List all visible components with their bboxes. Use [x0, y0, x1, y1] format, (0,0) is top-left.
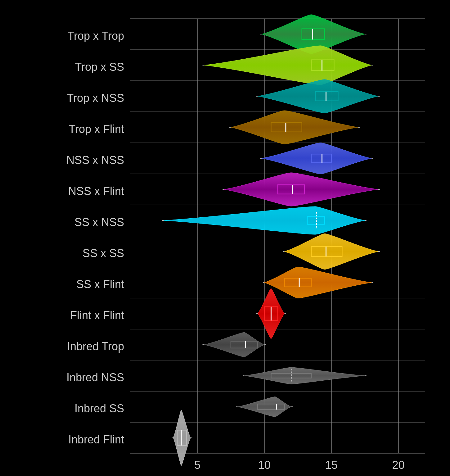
svg-text:5: 5 [194, 459, 200, 471]
svg-text:SS x NSS: SS x NSS [74, 216, 124, 229]
chart-container: Trop x TropTrop x SSTrop x NSSTrop x Fli… [0, 0, 450, 476]
svg-text:Trop x SS: Trop x SS [75, 61, 124, 73]
svg-text:Inbred Flint: Inbred Flint [68, 433, 124, 446]
svg-text:Inbred SS: Inbred SS [74, 402, 124, 415]
svg-text:Flint x Flint: Flint x Flint [70, 309, 124, 322]
svg-text:Inbred NSS: Inbred NSS [66, 371, 124, 384]
svg-text:Trop x Flint: Trop x Flint [69, 123, 124, 135]
svg-text:NSS x Flint: NSS x Flint [68, 185, 124, 197]
svg-text:SS x Flint: SS x Flint [76, 278, 124, 291]
svg-text:Inbred Trop: Inbred Trop [67, 340, 124, 353]
svg-text:NSS x NSS: NSS x NSS [66, 154, 124, 166]
svg-rect-0 [0, 0, 450, 476]
violin-chart: Trop x TropTrop x SSTrop x NSSTrop x Fli… [0, 0, 450, 476]
svg-text:Trop x Trop: Trop x Trop [67, 29, 124, 42]
svg-text:15: 15 [325, 459, 338, 471]
svg-text:Trop x NSS: Trop x NSS [67, 92, 124, 104]
svg-text:SS x SS: SS x SS [83, 247, 124, 260]
svg-text:20: 20 [392, 459, 405, 471]
svg-text:10: 10 [258, 459, 271, 471]
